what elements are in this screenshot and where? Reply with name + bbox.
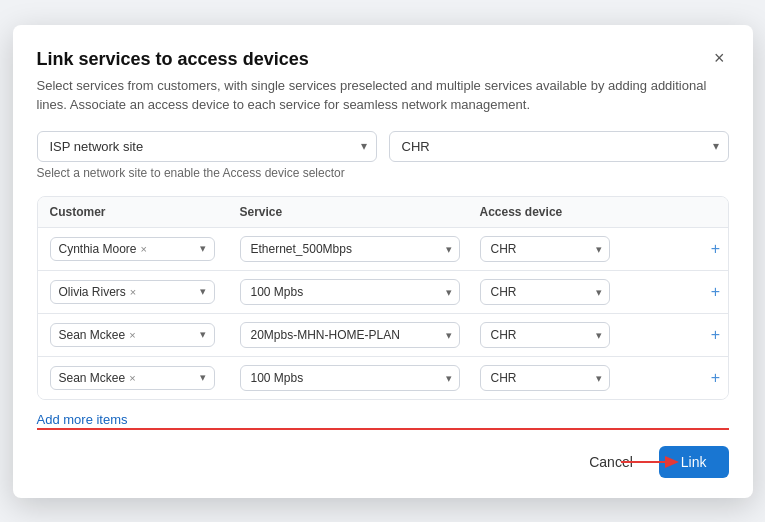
header-actions — [680, 205, 729, 219]
row-1-service-select[interactable]: Ethernet_500Mbps — [240, 236, 460, 262]
row-3-customer-chevron-icon: ▾ — [200, 328, 206, 341]
row-1-customer-tag[interactable]: Cynthia Moore × ▾ — [50, 237, 215, 261]
row-3-access-cell: CHR ▾ — [480, 322, 680, 348]
row-4-access-wrapper: CHR ▾ — [480, 365, 610, 391]
header-access-device: Access device — [480, 205, 680, 219]
row-4-add-button[interactable]: + — [709, 370, 722, 386]
row-2-access-cell: CHR ▾ — [480, 279, 680, 305]
modal-footer: Cancel Link — [37, 446, 729, 478]
row-3-customer-tag[interactable]: Sean Mckee × ▾ — [50, 323, 215, 347]
row-2-service-cell: 100 Mpbs ▾ — [240, 279, 480, 305]
modal-title: Link services to access devices — [37, 49, 309, 70]
access-device-global-select[interactable]: CHR — [389, 131, 729, 162]
row-2-service-wrapper: 100 Mpbs ▾ — [240, 279, 460, 305]
row-1-access-select[interactable]: CHR — [480, 236, 610, 262]
row-2-customer-name: Olivia Rivers — [59, 285, 126, 299]
modal-dialog: Link services to access devices × Select… — [13, 25, 753, 498]
services-table: Customer Service Access device Cynthia M… — [37, 196, 729, 400]
row-4-customer-tag[interactable]: Sean Mckee × ▾ — [50, 366, 215, 390]
row-1-customer-chevron-icon: ▾ — [200, 242, 206, 255]
row-3-customer-remove-icon[interactable]: × — [129, 329, 135, 341]
row-3-actions: + − — [680, 327, 729, 343]
row-3-customer-cell: Sean Mckee × ▾ — [50, 323, 240, 347]
row-2-actions: + − — [680, 284, 729, 300]
row-2-customer-cell: Olivia Rivers × ▾ — [50, 280, 240, 304]
row-4-access-cell: CHR ▾ — [480, 365, 680, 391]
table-row: Cynthia Moore × ▾ Ethernet_500Mbps ▾ — [38, 228, 728, 271]
arrow-indicator — [621, 448, 681, 476]
row-1-service-cell: Ethernet_500Mbps ▾ — [240, 236, 480, 262]
row-3-customer-name: Sean Mckee — [59, 328, 126, 342]
table-row: Olivia Rivers × ▾ 100 Mpbs ▾ — [38, 271, 728, 314]
row-1-customer-name: Cynthia Moore — [59, 242, 137, 256]
row-1-customer-cell: Cynthia Moore × ▾ — [50, 237, 240, 261]
row-2-access-wrapper: CHR ▾ — [480, 279, 610, 305]
row-4-access-select[interactable]: CHR — [480, 365, 610, 391]
row-4-customer-name: Sean Mckee — [59, 371, 126, 385]
row-3-remove-button[interactable]: − — [726, 327, 728, 343]
modal-header: Link services to access devices × — [37, 49, 729, 70]
row-3-service-cell: 20Mpbs-MHN-HOME-PLAN ▾ — [240, 322, 480, 348]
row-4-customer-cell: Sean Mckee × ▾ — [50, 366, 240, 390]
access-device-global-wrapper: CHR ▾ — [389, 131, 729, 162]
svg-marker-1 — [665, 456, 679, 468]
header-customer: Customer — [50, 205, 240, 219]
row-1-remove-button[interactable]: − — [726, 241, 728, 257]
row-1-actions: + − — [680, 241, 729, 257]
row-2-customer-chevron-icon: ▾ — [200, 285, 206, 298]
table-header: Customer Service Access device — [38, 197, 728, 228]
row-3-service-select[interactable]: 20Mpbs-MHN-HOME-PLAN — [240, 322, 460, 348]
row-4-customer-remove-icon[interactable]: × — [129, 372, 135, 384]
row-4-service-cell: 100 Mpbs ▾ — [240, 365, 480, 391]
close-button[interactable]: × — [710, 47, 729, 69]
modal-description: Select services from customers, with sin… — [37, 76, 729, 115]
row-4-service-select[interactable]: 100 Mpbs — [240, 365, 460, 391]
row-1-service-wrapper: Ethernet_500Mbps ▾ — [240, 236, 460, 262]
row-1-add-button[interactable]: + — [709, 241, 722, 257]
row-2-customer-tag[interactable]: Olivia Rivers × ▾ — [50, 280, 215, 304]
network-site-select[interactable]: ISP network site — [37, 131, 377, 162]
row-2-remove-button[interactable]: − — [726, 284, 728, 300]
add-more-link[interactable]: Add more items — [37, 412, 729, 430]
row-1-access-wrapper: CHR ▾ — [480, 236, 610, 262]
row-2-add-button[interactable]: + — [709, 284, 722, 300]
header-service: Service — [240, 205, 480, 219]
row-2-access-select[interactable]: CHR — [480, 279, 610, 305]
network-site-wrapper: ISP network site ▾ — [37, 131, 377, 162]
row-3-access-select[interactable]: CHR — [480, 322, 610, 348]
row-1-access-cell: CHR ▾ — [480, 236, 680, 262]
row-4-customer-chevron-icon: ▾ — [200, 371, 206, 384]
row-3-add-button[interactable]: + — [709, 327, 722, 343]
row-2-customer-remove-icon[interactable]: × — [130, 286, 136, 298]
hint-text: Select a network site to enable the Acce… — [37, 166, 729, 180]
row-2-service-select[interactable]: 100 Mpbs — [240, 279, 460, 305]
row-3-access-wrapper: CHR ▾ — [480, 322, 610, 348]
modal-overlay: Link services to access devices × Select… — [0, 0, 765, 522]
row-3-service-wrapper: 20Mpbs-MHN-HOME-PLAN ▾ — [240, 322, 460, 348]
row-4-actions: + − — [680, 370, 729, 386]
row-4-service-wrapper: 100 Mpbs ▾ — [240, 365, 460, 391]
table-row: Sean Mckee × ▾ 100 Mpbs ▾ — [38, 357, 728, 399]
selectors-row: ISP network site ▾ CHR ▾ — [37, 131, 729, 162]
row-4-remove-button[interactable]: − — [726, 370, 728, 386]
row-1-customer-remove-icon[interactable]: × — [141, 243, 147, 255]
table-row: Sean Mckee × ▾ 20Mpbs-MHN-HOME-PLAN ▾ — [38, 314, 728, 357]
